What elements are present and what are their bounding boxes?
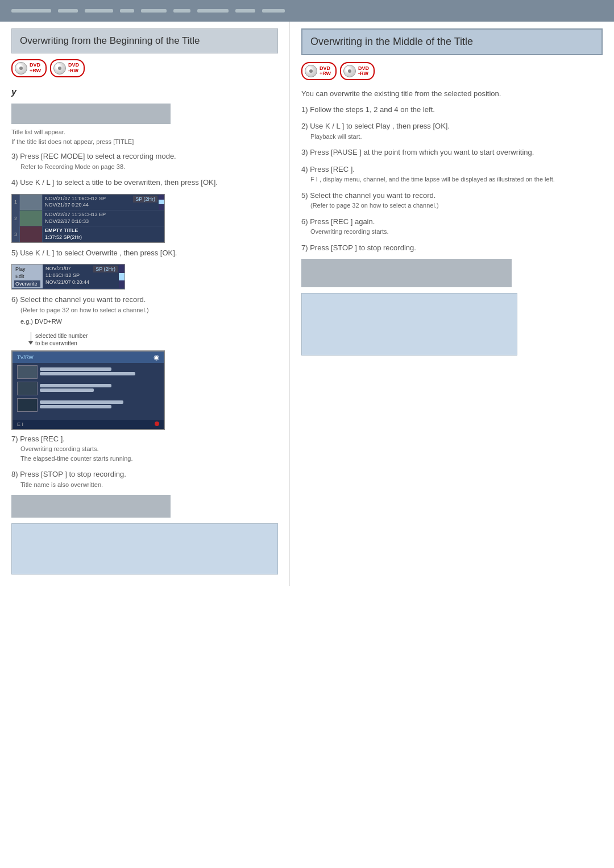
overwrite-menu-screen: Play Edit Overwrite NOV/21/07 11:06CH12 … <box>11 264 125 290</box>
rec-header-ch: TV/RW <box>17 354 34 360</box>
right-video-placeholder <box>301 259 512 287</box>
top-bar-seg9 <box>262 9 285 13</box>
dvd-badge-plus-rw: DVD +RW <box>11 59 47 77</box>
top-bar <box>0 0 614 22</box>
dvd-badge-minus-rw: DVD -RW <box>50 59 85 77</box>
right-dvd-disc-center-2 <box>348 69 351 73</box>
left-intro-bold: y <box>11 87 16 97</box>
rec-row-1 <box>17 365 159 379</box>
rec-header-icon: ◉ <box>154 353 159 361</box>
dvd-disc-center <box>19 67 23 70</box>
rec-row-3 <box>17 398 159 412</box>
right-step-4-num: 4) <box>301 165 308 173</box>
right-step-6: 6) Press [REC ] again. Overwriting recor… <box>301 216 603 237</box>
right-step-1: 1) Follow the steps 1, 2 and 4 on the le… <box>301 104 603 115</box>
left-intro-text: y <box>11 85 278 99</box>
step-3-text: Press [REC MODE] to select a recording m… <box>20 152 176 160</box>
right-step-4-text: Press [REC ]. <box>310 165 355 173</box>
annotation-label: selected title number to be overwritten <box>35 332 88 347</box>
step-5-num: 5) <box>11 249 18 257</box>
step-8-text: Press [STOP ] to stop recording. <box>20 470 126 478</box>
top-bar-seg3 <box>85 9 113 13</box>
left-step-6: 6) Select the channel you want to record… <box>11 294 278 326</box>
right-dvd-minus-rw-text: DVD -RW <box>358 66 369 77</box>
step-5-text: Use K / L ] to select Overwrite , then p… <box>20 249 177 257</box>
screen-num-1: 1 <box>12 195 20 210</box>
rec-bar-4 <box>40 388 94 392</box>
right-step-3: 3) Press [PAUSE ] at the point from whic… <box>301 147 603 158</box>
page-container: Overwriting from the Beginning of the Ti… <box>0 0 614 586</box>
left-image-placeholder-1 <box>11 104 171 124</box>
step-7-sub2: The elapsed-time counter starts running. <box>11 454 278 464</box>
right-step-7-text: Press [STOP ] to stop recording. <box>310 243 416 252</box>
step-8-sub: Title name is also overwritten. <box>11 480 278 490</box>
screen-info-2: NOV/22/07 11:35CH13 EP NOV/22/07 0:10:33 <box>43 210 152 226</box>
top-bar-seg1 <box>11 9 51 13</box>
right-dvd-disc-icon-2 <box>343 65 356 77</box>
rec-body <box>13 363 164 420</box>
rec-thumb-2 <box>17 382 38 395</box>
rec-header: TV/RW ◉ <box>13 352 164 363</box>
right-step-5-num: 5) <box>301 191 308 200</box>
screen-thumb-3 <box>20 226 43 242</box>
right-step-2: 2) Use K / L ] to select Play , then pre… <box>301 121 603 141</box>
right-intro-text: You can overwrite the existing title fro… <box>301 88 603 100</box>
screen-num-3: 3 <box>12 226 20 242</box>
right-step-6-sub: Overwriting recording starts. <box>301 227 603 237</box>
rec-channel-screen: TV/RW ◉ <box>11 350 165 430</box>
step-4-text: Use K / L ] to select a title to be over… <box>20 178 218 187</box>
right-step-6-num: 6) <box>301 217 308 226</box>
right-step-2-text: Use K / L ] to select Play , then press … <box>310 122 450 130</box>
right-step-7-num: 7) <box>301 243 308 252</box>
rec-bar-5 <box>40 400 123 404</box>
left-info-box <box>11 523 278 574</box>
right-step-3-text: Press [PAUSE ] at the point from which y… <box>310 148 534 156</box>
right-dvd-badge-plus-rw: DVD +RW <box>301 62 337 80</box>
right-dvd-disc-center <box>309 69 313 73</box>
left-step-5: 5) Use K / L ] to select Overwrite , the… <box>11 247 278 259</box>
top-bar-seg5 <box>141 9 167 13</box>
annotation-line <box>28 332 33 345</box>
ow-item-overwrite: Overwrite <box>14 280 40 287</box>
right-dvd-plus-rw-text: DVD +RW <box>320 66 331 77</box>
rec-info-3 <box>40 400 159 410</box>
right-step-5-text: Select the channel you want to record. <box>310 191 435 200</box>
screen-badge-1: SP (2Hr) <box>133 196 157 202</box>
right-dvd-badge-minus-rw: DVD -RW <box>340 62 375 80</box>
right-step-6-text: Press [REC ] again. <box>310 217 375 226</box>
step-3-sub: Refer to Recording Mode on page 38. <box>11 162 278 172</box>
ow-menu-list: Play Edit Overwrite <box>12 264 43 288</box>
dvd-plus-rw-text: DVD +RW <box>30 63 41 74</box>
right-step-4: 4) Press [REC ]. F I , display menu, cha… <box>301 164 603 184</box>
rec-row-2 <box>17 382 159 395</box>
dvd-disc-icon-2 <box>53 62 66 75</box>
screen-thumb-2 <box>20 210 43 226</box>
dvd-disc-center-2 <box>58 67 61 70</box>
screen-row-2: 2 NOV/22/07 11:35CH13 EP NOV/22/07 0:10:… <box>12 210 164 226</box>
title-list-note: Title list will appear. If the title lis… <box>11 127 278 146</box>
top-bar-seg8 <box>235 9 255 13</box>
ow-badge: SP (2Hr) <box>93 266 118 272</box>
screen-info-3: EMPTY TITLE 1:37:52 SP(2Hr) <box>43 226 84 242</box>
step-7-num: 7) <box>11 435 18 443</box>
screen-thumb-1 <box>20 195 43 210</box>
title-list-screen: 1 NOV/21/07 11:06CH12 SP NOV/21/07 0:20:… <box>11 194 165 243</box>
right-step-4-sub: F I , display menu, channel, and the tim… <box>301 175 603 184</box>
rec-dot-icon <box>155 421 159 427</box>
top-bar-seg2 <box>58 9 78 13</box>
right-step-2-num: 2) <box>301 122 308 130</box>
left-image-placeholder-2 <box>11 495 171 518</box>
left-section-title: Overwriting from the Beginning of the Ti… <box>11 28 278 53</box>
ow-row-1: Play Edit Overwrite NOV/21/07 11:06CH12 … <box>12 264 125 289</box>
rec-info-2 <box>40 384 159 393</box>
right-step-1-num: 1) <box>301 105 308 114</box>
ow-item-edit: Edit <box>14 273 40 280</box>
left-step-4: 4) Use K / L ] to select a title to be o… <box>11 177 278 188</box>
top-bar-seg7 <box>197 9 229 13</box>
right-steps: 1) Follow the steps 1, 2 and 4 on the le… <box>301 104 603 254</box>
ow-info: NOV/21/07 11:06CH12 SP NOV/21/07 0:20:44 <box>43 264 93 288</box>
right-step-1-text: Follow the steps 1, 2 and 4 on the left. <box>310 105 435 114</box>
right-step-2-sub: Playback will start. <box>301 132 603 142</box>
screen-info-1: NOV/21/07 11:06CH12 SP NOV/21/07 0:20:44 <box>43 195 133 210</box>
dvd-disc-icon <box>15 62 27 75</box>
